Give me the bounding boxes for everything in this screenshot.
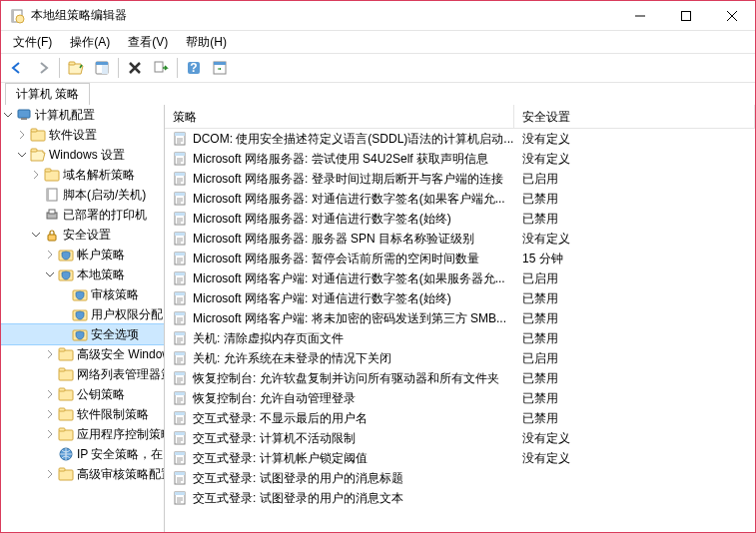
- collapse-icon[interactable]: [43, 267, 57, 281]
- tree-security-settings[interactable]: 安全设置: [1, 225, 164, 245]
- tree-network-list[interactable]: 网络列表管理器策略: [1, 364, 164, 384]
- tree-wfas[interactable]: 高级安全 Windows Defender 防火墙: [1, 344, 164, 364]
- list-item[interactable]: Microsoft 网络服务器: 服务器 SPN 目标名称验证级别没有定义: [165, 229, 755, 249]
- minimize-button[interactable]: [617, 1, 663, 31]
- policy-item-icon: [173, 171, 189, 187]
- list-item[interactable]: 交互式登录: 计算机帐户锁定阈值没有定义: [165, 448, 755, 468]
- forward-button[interactable]: [31, 56, 55, 80]
- folder-icon: [58, 426, 74, 442]
- help-button[interactable]: ?: [182, 56, 206, 80]
- column-header-setting[interactable]: 安全设置: [514, 105, 755, 128]
- tree-public-key[interactable]: 公钥策略: [1, 384, 164, 404]
- menu-help[interactable]: 帮助(H): [178, 32, 235, 53]
- close-button[interactable]: [709, 1, 755, 31]
- toolbar: ?: [1, 53, 755, 83]
- policy-name: Microsoft 网络服务器: 登录时间过期后断开与客户端的连接: [193, 171, 503, 188]
- app-icon: [9, 8, 25, 24]
- svg-rect-25: [214, 62, 226, 65]
- tree-windows-settings[interactable]: Windows 设置: [1, 145, 164, 165]
- list-item[interactable]: DCOM: 使用安全描述符定义语言(SDDL)语法的计算机启动...没有定义: [165, 129, 755, 149]
- expand-icon[interactable]: [43, 467, 57, 481]
- column-header-policy[interactable]: 策略: [165, 105, 514, 128]
- policy-name: 交互式登录: 计算机帐户锁定阈值: [193, 450, 368, 467]
- tree-scripts[interactable]: 脚本(启动/关机): [1, 185, 164, 205]
- tree-app-control[interactable]: 应用程序控制策略: [1, 424, 164, 444]
- tree-ipsec[interactable]: IP 安全策略，在 本地计算机: [1, 444, 164, 464]
- list-item[interactable]: 交互式登录: 不显示最后的用户名已禁用: [165, 408, 755, 428]
- collapse-icon[interactable]: [15, 148, 29, 162]
- list-item[interactable]: Microsoft 网络服务器: 暂停会话前所需的空闲时间数量15 分钟: [165, 249, 755, 268]
- policy-name: Microsoft 网络客户端: 对通信进行数字签名(如果服务器允...: [193, 270, 505, 287]
- list-pane[interactable]: 策略 安全设置 DCOM: 使用安全描述符定义语言(SDDL)语法的计算机启动.…: [165, 105, 755, 532]
- export-button[interactable]: [149, 56, 173, 80]
- preview-button[interactable]: [208, 56, 232, 80]
- tree-computer-config[interactable]: 计算机配置: [1, 105, 164, 125]
- menu-action[interactable]: 操作(A): [62, 32, 118, 53]
- list-item[interactable]: Microsoft 网络客户端: 对通信进行数字签名(始终)已禁用: [165, 288, 755, 308]
- policy-item-icon: [173, 231, 189, 247]
- policy-setting: 没有定义: [514, 450, 755, 467]
- policy-setting: 已启用: [514, 171, 755, 188]
- policy-setting: 已禁用: [514, 370, 755, 387]
- policy-item-icon: [173, 251, 189, 266]
- tree-dns-policy[interactable]: 域名解析策略: [1, 165, 164, 185]
- menu-file[interactable]: 文件(F): [5, 32, 60, 53]
- menu-view[interactable]: 查看(V): [120, 32, 176, 53]
- collapse-icon[interactable]: [1, 108, 15, 122]
- tree-pane[interactable]: 计算机配置 软件设置 Windows 设置: [1, 105, 165, 532]
- tree-printers[interactable]: 已部署的打印机: [1, 205, 164, 225]
- svg-rect-21: [155, 62, 163, 72]
- list-item[interactable]: 恢复控制台: 允许自动管理登录已禁用: [165, 388, 755, 408]
- show-hide-tree-button[interactable]: [90, 56, 114, 80]
- policy-folder-icon: [58, 247, 74, 263]
- policy-name: Microsoft 网络服务器: 对通信进行数字签名(如果客户端允...: [193, 191, 505, 208]
- expand-icon[interactable]: [43, 427, 57, 441]
- tree-adv-audit[interactable]: 高级审核策略配置: [1, 464, 164, 484]
- collapse-icon[interactable]: [29, 228, 43, 242]
- tree-software-settings[interactable]: 软件设置: [1, 125, 164, 145]
- list-item[interactable]: Microsoft 网络服务器: 对通信进行数字签名(始终)已禁用: [165, 209, 755, 229]
- list-item[interactable]: Microsoft 网络服务器: 对通信进行数字签名(如果客户端允...已禁用: [165, 189, 755, 209]
- policy-name: 交互式登录: 计算机不活动限制: [193, 430, 356, 447]
- list-item[interactable]: Microsoft 网络服务器: 尝试使用 S4U2Self 获取声明信息没有定…: [165, 149, 755, 169]
- list-item[interactable]: Microsoft 网络客户端: 对通信进行数字签名(如果服务器允...已启用: [165, 268, 755, 288]
- policy-setting: 已禁用: [514, 330, 755, 347]
- computer-icon: [16, 107, 32, 123]
- tree-security-options[interactable]: 安全选项: [1, 324, 164, 344]
- policy-item-icon: [173, 330, 189, 346]
- expand-icon[interactable]: [43, 347, 57, 361]
- policy-setting: 已启用: [514, 270, 755, 287]
- expand-icon[interactable]: [43, 248, 57, 262]
- policy-folder-icon: [72, 306, 88, 322]
- list-item[interactable]: Microsoft 网络服务器: 登录时间过期后断开与客户端的连接已启用: [165, 169, 755, 189]
- expand-icon[interactable]: [43, 387, 57, 401]
- expand-icon[interactable]: [29, 168, 43, 182]
- expand-icon[interactable]: [43, 407, 57, 421]
- delete-button[interactable]: [123, 56, 147, 80]
- policy-name: 关机: 清除虚拟内存页面文件: [193, 330, 344, 347]
- back-button[interactable]: [5, 56, 29, 80]
- tree-user-rights[interactable]: 用户权限分配: [1, 304, 164, 324]
- list-item[interactable]: Microsoft 网络客户端: 将未加密的密码发送到第三方 SMB...已禁用: [165, 308, 755, 328]
- list-item[interactable]: 关机: 允许系统在未登录的情况下关闭已启用: [165, 348, 755, 368]
- tree-audit-policy[interactable]: 审核策略: [1, 284, 164, 304]
- titlebar: 本地组策略编辑器: [1, 1, 755, 31]
- policy-name: Microsoft 网络服务器: 尝试使用 S4U2Self 获取声明信息: [193, 151, 488, 168]
- tab-computer-policy[interactable]: 计算机 策略: [5, 83, 90, 105]
- tree-account-policies[interactable]: 帐户策略: [1, 245, 164, 265]
- maximize-button[interactable]: [663, 1, 709, 31]
- policy-item-icon: [173, 490, 189, 506]
- expand-icon[interactable]: [15, 128, 29, 142]
- policy-folder-icon: [72, 326, 88, 342]
- list-item[interactable]: 交互式登录: 试图登录的用户的消息文本: [165, 488, 755, 508]
- list-item[interactable]: 交互式登录: 试图登录的用户的消息标题: [165, 468, 755, 488]
- policy-setting: 已禁用: [514, 410, 755, 427]
- list-item[interactable]: 恢复控制台: 允许软盘复制并访问所有驱动器和所有文件夹已禁用: [165, 368, 755, 388]
- tree-local-policies[interactable]: 本地策略: [1, 265, 164, 284]
- folder-open-icon: [30, 147, 46, 163]
- up-button[interactable]: [64, 56, 88, 80]
- policy-item-icon: [173, 410, 189, 426]
- list-item[interactable]: 交互式登录: 计算机不活动限制没有定义: [165, 428, 755, 448]
- list-item[interactable]: 关机: 清除虚拟内存页面文件已禁用: [165, 328, 755, 348]
- tree-software-restriction[interactable]: 软件限制策略: [1, 404, 164, 424]
